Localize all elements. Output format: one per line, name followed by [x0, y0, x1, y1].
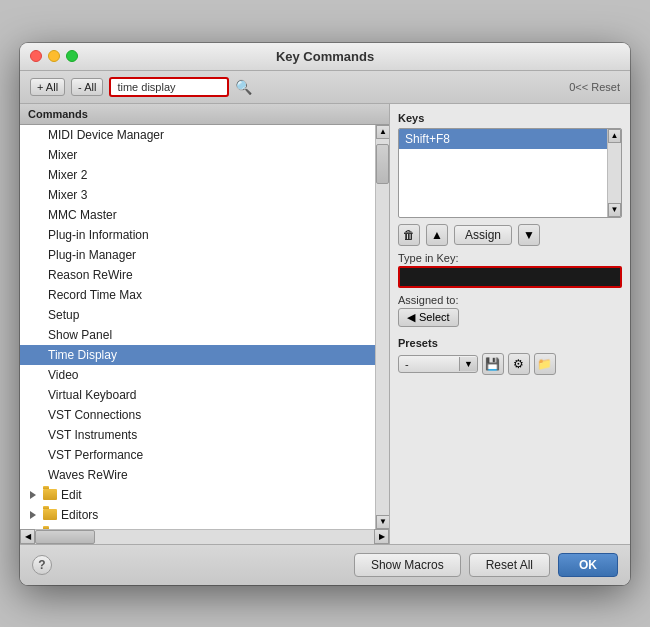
presets-section: Presets - ▼ 💾 ⚙ 📁: [398, 337, 622, 375]
presets-label: Presets: [398, 337, 622, 349]
commands-list: MIDI Device Manager Mixer Mixer 2 Mixer …: [20, 125, 375, 529]
left-arrow-icon: ◀: [407, 311, 415, 324]
type-in-key-input[interactable]: [398, 266, 622, 288]
horizontal-scrollbar[interactable]: ◀ ▶: [20, 529, 389, 544]
keys-list-wrap: Shift+F8 ▲ ▼: [398, 128, 622, 218]
type-in-key-label: Type in Key:: [398, 252, 622, 264]
assigned-to-section: Assigned to: ◀ Select: [398, 294, 622, 327]
list-item[interactable]: Show Panel: [20, 325, 375, 345]
collapse-all-button[interactable]: - All: [71, 78, 103, 96]
type-in-key-section: Type in Key:: [398, 252, 622, 288]
assigned-select-row: ◀ Select: [398, 308, 622, 327]
collapse-all-label: - All: [78, 81, 96, 93]
ok-button[interactable]: OK: [558, 553, 618, 577]
list-item[interactable]: Setup: [20, 305, 375, 325]
list-item[interactable]: Waves ReWire: [20, 465, 375, 485]
presets-row: - ▼ 💾 ⚙ 📁: [398, 353, 622, 375]
search-icon[interactable]: 🔍: [235, 79, 252, 95]
keys-scroll-down[interactable]: ▼: [608, 203, 621, 217]
triangle-icon: [30, 511, 36, 519]
move-down-button[interactable]: ▼: [518, 224, 540, 246]
right-panel: Keys Shift+F8 ▲ ▼: [390, 104, 630, 544]
hscroll-right-button[interactable]: ▶: [374, 529, 389, 544]
main-content: Commands MIDI Device Manager Mixer Mixer…: [20, 104, 630, 544]
save-icon: 💾: [485, 357, 500, 371]
list-item[interactable]: Plug-in Manager: [20, 245, 375, 265]
reset-all-button[interactable]: Reset All: [469, 553, 550, 577]
maximize-button[interactable]: [66, 50, 78, 62]
list-item[interactable]: Mixer 3: [20, 185, 375, 205]
select-label: Select: [419, 311, 450, 323]
assign-row: 🗑 ▲ Assign ▼: [398, 224, 622, 246]
help-button[interactable]: ?: [32, 555, 52, 575]
delete-icon: 🗑: [403, 228, 415, 242]
keys-scroll-up[interactable]: ▲: [608, 129, 621, 143]
assign-button[interactable]: Assign: [454, 225, 512, 245]
group-label: Edit: [61, 488, 82, 502]
keys-label: Keys: [398, 112, 622, 124]
list-item[interactable]: Plug-in Information: [20, 225, 375, 245]
show-macros-button[interactable]: Show Macros: [354, 553, 461, 577]
list-item[interactable]: MIDI Device Manager: [20, 125, 375, 145]
preset-settings-button[interactable]: ⚙: [508, 353, 530, 375]
list-item[interactable]: VST Connections: [20, 405, 375, 425]
up-arrow-icon: ▲: [431, 228, 443, 242]
preset-folder-button[interactable]: 📁: [534, 353, 556, 375]
expand-all-button[interactable]: + All: [30, 78, 65, 96]
preset-value: -: [399, 356, 459, 372]
reset-button[interactable]: 0<< Reset: [569, 81, 620, 93]
list-item[interactable]: Reason ReWire: [20, 265, 375, 285]
move-up-button[interactable]: ▲: [426, 224, 448, 246]
close-button[interactable]: [30, 50, 42, 62]
group-label: Editors: [61, 508, 98, 522]
folder-icon: [43, 509, 57, 520]
keys-section: Keys Shift+F8 ▲ ▼: [398, 112, 622, 218]
folder-icon: [43, 489, 57, 500]
list-item[interactable]: Virtual Keyboard: [20, 385, 375, 405]
footer: ? Show Macros Reset All OK: [20, 544, 630, 585]
select-arrow-button[interactable]: ◀ Select: [398, 308, 459, 327]
hscroll-thumb[interactable]: [35, 530, 95, 544]
main-window: Key Commands + All - All 🔍 0<< Reset Com…: [20, 43, 630, 585]
list-item[interactable]: MMC Master: [20, 205, 375, 225]
vertical-scrollbar[interactable]: ▲ ▼: [375, 125, 389, 529]
left-panel: Commands MIDI Device Manager Mixer Mixer…: [20, 104, 390, 544]
list-item[interactable]: Record Time Max: [20, 285, 375, 305]
list-item[interactable]: Video: [20, 365, 375, 385]
hscroll-left-button[interactable]: ◀: [20, 529, 35, 544]
settings-icon: ⚙: [513, 357, 524, 371]
list-wrap: MIDI Device Manager Mixer Mixer 2 Mixer …: [20, 125, 389, 529]
preset-dropdown[interactable]: - ▼: [398, 355, 478, 373]
delete-key-button[interactable]: 🗑: [398, 224, 420, 246]
scroll-thumb[interactable]: [376, 144, 389, 184]
list-item[interactable]: VST Instruments: [20, 425, 375, 445]
list-item[interactable]: Mixer: [20, 145, 375, 165]
key-item[interactable]: Shift+F8: [399, 129, 621, 149]
group-label: Export: [61, 528, 96, 529]
group-item-edit[interactable]: Edit: [20, 485, 375, 505]
folder-open-icon: 📁: [537, 357, 552, 371]
scroll-up-button[interactable]: ▲: [376, 125, 389, 139]
list-item-selected[interactable]: Time Display: [20, 345, 375, 365]
traffic-lights: [30, 50, 78, 62]
scroll-down-button[interactable]: ▼: [376, 515, 389, 529]
toolbar: + All - All 🔍 0<< Reset: [20, 71, 630, 104]
triangle-icon: [30, 491, 36, 499]
panel-header: Commands: [20, 104, 389, 125]
preset-save-button[interactable]: 💾: [482, 353, 504, 375]
assigned-to-label: Assigned to:: [398, 294, 622, 306]
list-item[interactable]: VST Performance: [20, 445, 375, 465]
expand-all-label: + All: [37, 81, 58, 93]
group-item-editors[interactable]: Editors: [20, 505, 375, 525]
group-item-export[interactable]: Export: [20, 525, 375, 529]
minimize-button[interactable]: [48, 50, 60, 62]
preset-dropdown-arrow[interactable]: ▼: [459, 357, 477, 371]
window-title: Key Commands: [276, 49, 374, 64]
titlebar: Key Commands: [20, 43, 630, 71]
list-item[interactable]: Mixer 2: [20, 165, 375, 185]
hscroll-track: [35, 530, 374, 544]
down-arrow-icon: ▼: [523, 228, 535, 242]
keys-list: Shift+F8 ▲ ▼: [398, 128, 622, 218]
search-input[interactable]: [109, 77, 229, 97]
scroll-track: [376, 139, 389, 515]
